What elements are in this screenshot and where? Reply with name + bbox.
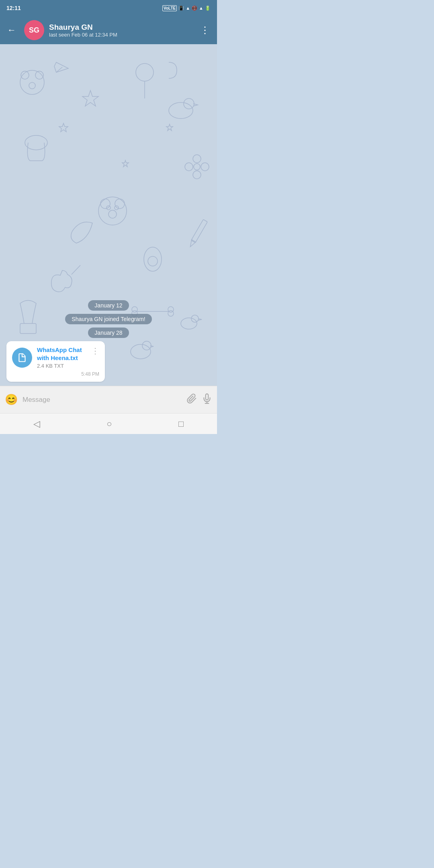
svg-marker-4 xyxy=(54,62,68,72)
file-size: 2.4 KB TXT xyxy=(37,363,86,369)
svg-point-6 xyxy=(136,63,154,81)
message-input[interactable] xyxy=(23,396,182,404)
svg-point-8 xyxy=(169,102,193,119)
status-bar: 12:11 VoLTE 📳 ▲ 📵 ▲ 🔋 xyxy=(0,0,217,16)
chat-area: January 12 Shaurya GN joined Telegram! J… xyxy=(0,44,217,386)
emoji-button[interactable]: 😊 xyxy=(5,393,18,406)
battery-icon: 🔋 xyxy=(205,6,211,11)
svg-point-13 xyxy=(193,155,201,163)
back-button[interactable]: ← xyxy=(4,22,19,39)
wifi-icon: ▲ xyxy=(186,6,190,10)
file-icon xyxy=(17,352,27,363)
signal-muted-icon: 📵 xyxy=(192,6,197,11)
file-message-bubble[interactable]: WhatsApp Chat with Heena.txt 2.4 KB TXT … xyxy=(6,341,105,382)
file-icon-circle xyxy=(12,348,32,368)
chat-header: ← SG Shaurya GN last seen Feb 06 at 12:3… xyxy=(0,16,217,44)
file-info: WhatsApp Chat with Heena.txt 2.4 KB TXT xyxy=(37,346,86,369)
svg-point-15 xyxy=(185,163,193,171)
svg-point-22 xyxy=(108,210,117,218)
svg-marker-36 xyxy=(59,123,68,132)
vibrate-icon: 📳 xyxy=(178,6,184,11)
mic-icon xyxy=(202,393,212,404)
svg-point-9 xyxy=(184,98,194,109)
paperclip-icon xyxy=(186,393,197,404)
svg-marker-38 xyxy=(122,160,129,167)
svg-marker-37 xyxy=(166,124,173,131)
svg-rect-34 xyxy=(191,219,207,243)
message-time: 5:48 PM xyxy=(12,371,99,377)
signal-icon: ▲ xyxy=(199,6,203,10)
date-badge-jan28: January 28 xyxy=(88,328,129,338)
svg-point-21 xyxy=(115,206,119,210)
svg-point-1 xyxy=(21,71,29,79)
file-content: WhatsApp Chat with Heena.txt 2.4 KB TXT … xyxy=(12,346,99,369)
nav-recent-button[interactable]: □ xyxy=(170,416,192,432)
nav-home-button[interactable]: ○ xyxy=(98,416,120,432)
svg-point-17 xyxy=(98,197,127,225)
svg-point-20 xyxy=(106,206,111,210)
messages-container: January 12 Shaurya GN joined Telegram! J… xyxy=(0,296,217,386)
svg-point-14 xyxy=(193,171,201,179)
contact-status: last seen Feb 06 at 12:34 PM xyxy=(49,32,192,38)
svg-point-24 xyxy=(148,256,158,266)
system-message-joined: Shaurya GN joined Telegram! xyxy=(65,314,151,324)
more-options-button[interactable]: ⋮ xyxy=(197,21,213,39)
svg-point-2 xyxy=(35,71,43,79)
svg-point-11 xyxy=(25,135,47,150)
contact-info[interactable]: Shaurya GN last seen Feb 06 at 12:34 PM xyxy=(49,23,192,38)
status-time: 12:11 xyxy=(6,5,21,11)
nav-back-button[interactable]: ◁ xyxy=(25,416,48,432)
date-badge-jan12: January 12 xyxy=(88,300,129,311)
svg-point-3 xyxy=(29,82,35,89)
svg-point-18 xyxy=(100,199,110,209)
microphone-button[interactable] xyxy=(202,393,212,406)
svg-line-25 xyxy=(72,265,80,274)
status-icons: VoLTE 📳 ▲ 📵 ▲ 🔋 xyxy=(162,5,211,11)
navigation-bar: ◁ ○ □ xyxy=(0,413,217,434)
avatar: SG xyxy=(24,20,44,40)
svg-marker-10 xyxy=(82,90,98,106)
volte-icon: VoLTE xyxy=(162,5,177,11)
file-more-button[interactable]: ⋮ xyxy=(91,346,99,356)
svg-point-19 xyxy=(115,199,125,209)
attach-button[interactable] xyxy=(186,393,197,406)
svg-point-23 xyxy=(144,247,162,271)
svg-point-16 xyxy=(201,163,209,171)
contact-name: Shaurya GN xyxy=(49,23,192,32)
file-name: WhatsApp Chat with Heena.txt xyxy=(37,346,86,362)
svg-point-12 xyxy=(194,164,200,170)
input-area: 😊 xyxy=(0,386,217,413)
